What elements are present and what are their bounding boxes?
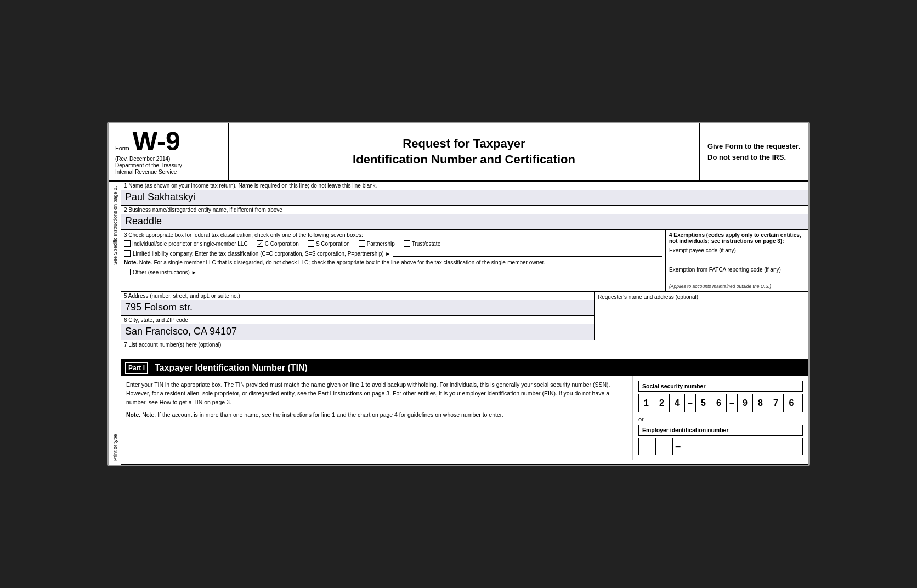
address-section: 5 Address (number, street, and apt. or s… [121, 292, 808, 340]
llc-line [393, 250, 662, 257]
form-title: Request for Taxpayer Identification Numb… [353, 136, 575, 167]
other-row: Other (see instructions) ► [124, 269, 662, 275]
exemptions-label: 4 Exemptions (codes apply only to certai… [669, 232, 805, 244]
requester-section: Requester's name and address (optional) [595, 292, 808, 340]
field-5-row: 5 Address (number, street, and apt. or s… [121, 292, 594, 316]
checkbox-partnership-label: Partnership [367, 241, 395, 247]
llc-row: Limited liability company. Enter the tax… [124, 250, 662, 257]
other-label: Other (see instructions) ► [133, 269, 197, 275]
ein-digit-2 [656, 438, 673, 455]
checkbox-s-corp-box[interactable] [308, 240, 314, 247]
ein-digit-1 [639, 438, 656, 455]
ein-label: Employer identification number [638, 425, 803, 436]
checkbox-individual: Individual/sole proprietor or single-mem… [124, 240, 248, 247]
sidebar-instructions: See Specific Instructions on page 2. [112, 186, 118, 265]
field-6-row: 6 City, state, and ZIP code San Francisc… [121, 316, 594, 340]
part1-left: Enter your TIN in the appropriate box. T… [121, 376, 633, 460]
part1-body-text: Enter your TIN in the appropriate box. T… [126, 381, 627, 406]
field-2-value: Readdle [121, 214, 808, 229]
other-line [199, 269, 662, 275]
field-2-label: 2 Business name/disregarded entity name,… [121, 206, 808, 214]
checkbox-llc-box[interactable] [124, 250, 131, 257]
form-body: Print or type See Specific Instructions … [109, 182, 808, 465]
checkbox-trust-label: Trust/estate [412, 241, 440, 247]
ein-digit-5 [717, 438, 734, 455]
checkbox-trust: Trust/estate [404, 240, 440, 247]
fatca-section: Exemption from FATCA reporting code (if … [669, 267, 805, 282]
field-5-label: 5 Address (number, street, and apt. or s… [121, 292, 594, 300]
field-3-label: 3 Check appropriate box for federal tax … [124, 232, 662, 238]
ssn-digit-1: 1 [639, 394, 654, 412]
part1-title: Taxpayer Identification Number (TIN) [155, 363, 308, 373]
ein-digit-3 [683, 438, 700, 455]
field-1-row: 1 Name (as shown on your income tax retu… [121, 182, 808, 206]
section-3-left: 3 Check appropriate box for federal tax … [121, 230, 666, 291]
ein-digit-6 [734, 438, 751, 455]
field-2-row: 2 Business name/disregarded entity name,… [121, 206, 808, 230]
form-w9: Form W-9 (Rev. December 2014) Department… [107, 122, 810, 466]
section-3-right: 4 Exemptions (codes apply only to certai… [666, 230, 808, 291]
fatca-note: (Applies to accounts maintained outside … [669, 284, 805, 289]
ein-boxes: – [638, 438, 803, 455]
ssn-dash-2: – [727, 394, 738, 412]
exempt-payee-label: Exempt payee code (if any) [669, 247, 736, 253]
part1-header: Part I Taxpayer Identification Number (T… [121, 360, 808, 376]
checkbox-partnership-box[interactable] [359, 240, 365, 247]
ssn-digit-6: 9 [738, 394, 753, 412]
form-irs: Internal Revenue Service [115, 169, 222, 175]
field-5-value: 795 Folsom str. [121, 300, 594, 315]
bottom-line [121, 464, 808, 465]
checkbox-s-corp: S Corporation [308, 240, 350, 247]
field-6-label: 6 City, state, and ZIP code [121, 316, 594, 324]
form-revision: (Rev. December 2014) [115, 156, 222, 162]
checkbox-individual-box[interactable] [124, 240, 131, 247]
address-left: 5 Address (number, street, and apt. or s… [121, 292, 595, 340]
form-header-left: Form W-9 (Rev. December 2014) Department… [109, 123, 229, 180]
part1-right: Social security number 1 2 4 – 5 6 – 9 8… [633, 376, 808, 460]
checkbox-trust-box[interactable] [404, 240, 410, 247]
field-6-value: San Francisco, CA 94107 [121, 324, 594, 340]
checkbox-c-corp-label: C Corporation [265, 241, 299, 247]
exempt-payee-line [669, 255, 805, 263]
field-7-row: 7 List account number(s) here (optional) [121, 340, 808, 360]
checkbox-c-corp: ✓ C Corporation [257, 240, 299, 247]
field-1-value: Paul Sakhatskyi [121, 190, 808, 205]
section3-note: Note. Note. For a single-member LLC that… [124, 259, 662, 265]
ssn-label: Social security number [638, 381, 803, 392]
ssn-digit-5: 6 [711, 394, 727, 412]
llc-text: Limited liability company. Enter the tax… [133, 251, 390, 257]
sidebar-print: Print or type [112, 434, 118, 461]
checkbox-individual-label: Individual/sole proprietor or single-mem… [132, 241, 248, 247]
ssn-digit-3: 4 [670, 394, 685, 412]
ein-digit-4 [700, 438, 717, 455]
ein-digit-7 [751, 438, 768, 455]
fatca-label: Exemption from FATCA reporting code (if … [669, 267, 781, 273]
requester-label: Requester's name and address (optional) [598, 294, 805, 300]
fatca-line [669, 274, 805, 282]
ssn-digit-4: 5 [696, 394, 711, 412]
checkbox-other-box[interactable] [124, 269, 131, 275]
field-1-label: 1 Name (as shown on your income tax retu… [121, 182, 808, 190]
form-number-area: Form W-9 [115, 128, 222, 155]
form-w9-number: W-9 [133, 128, 180, 155]
form-header-center: Request for Taxpayer Identification Numb… [229, 123, 699, 180]
sidebar-label: Print or type See Specific Instructions … [109, 182, 121, 465]
form-main-content: 1 Name (as shown on your income tax retu… [121, 182, 808, 465]
exempt-payee: Exempt payee code (if any) [669, 247, 805, 263]
ssn-digit-8: 7 [768, 394, 784, 412]
form-dept: Department of the Treasury [115, 162, 222, 168]
ssn-digit-7: 8 [753, 394, 768, 412]
ein-digit-9 [785, 438, 802, 455]
form-give-instruction: Give Form to the requester. Do not send … [699, 123, 808, 180]
checkbox-s-corp-label: S Corporation [316, 241, 350, 247]
part1-label: Part I [125, 362, 148, 374]
checkbox-c-corp-box[interactable]: ✓ [257, 240, 263, 247]
ssn-dash-1: – [685, 394, 696, 412]
ein-dash: – [673, 438, 683, 455]
form-label: Form [115, 145, 129, 151]
ssn-digit-2: 2 [654, 394, 670, 412]
part1-note: Note. Note. If the account is in more th… [126, 411, 627, 420]
ssn-digit-9: 6 [784, 394, 799, 412]
or-text: or [638, 416, 803, 422]
ein-digit-8 [768, 438, 785, 455]
